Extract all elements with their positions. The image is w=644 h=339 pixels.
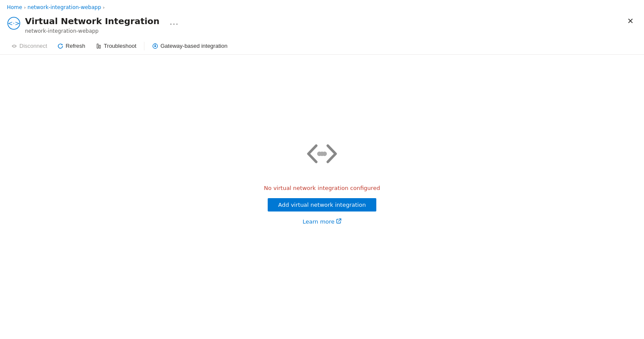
refresh-button[interactable]: Refresh xyxy=(53,40,90,52)
more-options-button[interactable]: ... xyxy=(166,16,182,28)
gateway-icon xyxy=(152,43,158,49)
breadcrumb: Home › network-integration-webapp › xyxy=(0,0,644,13)
empty-illustration xyxy=(296,134,348,174)
close-button[interactable]: ✕ xyxy=(624,15,637,28)
disconnect-icon xyxy=(11,43,17,49)
svg-rect-3 xyxy=(99,45,100,48)
breadcrumb-home[interactable]: Home xyxy=(7,4,22,10)
page-subtitle: network-integration-webapp xyxy=(25,28,182,34)
troubleshoot-button[interactable]: Troubleshoot xyxy=(91,40,141,52)
svg-text:<·>: <·> xyxy=(8,20,20,27)
breadcrumb-sep-1: › xyxy=(24,5,25,10)
page-title: Virtual Network Integration xyxy=(25,16,159,27)
page-title-block: Virtual Network Integration ... network-… xyxy=(25,15,182,34)
breadcrumb-resource[interactable]: network-integration-webapp xyxy=(28,4,101,10)
learn-more-link[interactable]: Learn more xyxy=(303,218,341,225)
external-link-icon xyxy=(336,218,341,225)
toolbar-divider xyxy=(144,42,144,50)
main-content: No virtual network integration configure… xyxy=(0,55,644,305)
refresh-label: Refresh xyxy=(66,43,85,49)
empty-state: No virtual network integration configure… xyxy=(264,134,380,225)
page-header: <·> Virtual Network Integration ... netw… xyxy=(0,13,644,37)
gateway-label: Gateway-based integration xyxy=(160,43,227,49)
page-header-left: <·> Virtual Network Integration ... netw… xyxy=(7,15,182,34)
breadcrumb-sep-2: › xyxy=(103,5,105,10)
troubleshoot-label: Troubleshoot xyxy=(104,43,136,49)
page-icon: <·> xyxy=(7,16,21,30)
disconnect-button[interactable]: Disconnect xyxy=(7,40,51,52)
troubleshoot-icon xyxy=(96,43,102,49)
disconnect-label: Disconnect xyxy=(19,43,47,49)
empty-message: No virtual network integration configure… xyxy=(264,185,380,191)
svg-point-9 xyxy=(322,152,327,156)
svg-rect-2 xyxy=(97,44,98,48)
learn-more-label: Learn more xyxy=(303,218,335,225)
add-virtual-network-button[interactable]: Add virtual network integration xyxy=(268,198,376,211)
gateway-integration-button[interactable]: Gateway-based integration xyxy=(148,40,231,52)
refresh-icon xyxy=(57,43,63,49)
toolbar: Disconnect Refresh Troubleshoot xyxy=(0,37,644,55)
svg-point-5 xyxy=(154,45,156,47)
